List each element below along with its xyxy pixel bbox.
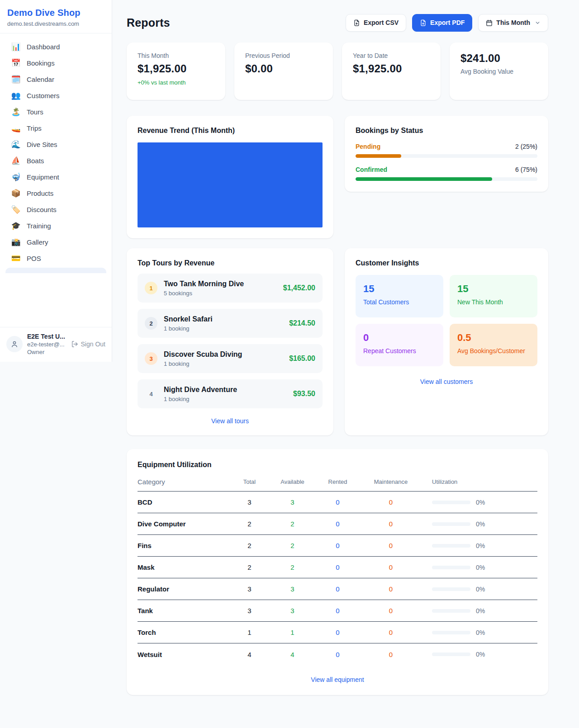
cell-total: 2: [228, 542, 271, 549]
sidebar-item-products[interactable]: 📦 Products: [5, 185, 106, 201]
cell-available: 3: [271, 498, 314, 506]
cell-rented: 0: [314, 520, 361, 528]
tour-bookings: 1 booking: [164, 396, 237, 402]
cell-rented: 0: [314, 651, 361, 658]
bookings-icon: 📅: [11, 59, 21, 67]
col-total: Total: [228, 478, 271, 485]
status-bar-track: [356, 154, 537, 158]
sidebar-item-reports-partial[interactable]: [5, 268, 106, 273]
cell-rented: 0: [314, 629, 361, 636]
status-row-confirmed: Confirmed 6 (75%): [356, 166, 537, 181]
cell-available: 2: [271, 542, 314, 549]
avatar: [6, 336, 23, 352]
cell-utilization: 0%: [420, 564, 537, 571]
sidebar-item-label: Dashboard: [27, 43, 60, 51]
export-pdf-button[interactable]: Export PDF: [412, 14, 472, 32]
stats-row: This Month $1,925.00 +0% vs last month P…: [127, 43, 548, 100]
tour-amount: $93.50: [293, 390, 315, 398]
sidebar-item-label: Products: [27, 189, 53, 197]
tour-row: 3 Discover Scuba Diving 1 booking $165.0…: [138, 344, 323, 373]
sidebar-item-pos[interactable]: 💳 POS: [5, 251, 106, 266]
table-row: Torch 1 1 0 0 0%: [138, 622, 537, 643]
stat-value: $1,925.00: [353, 62, 430, 75]
cell-available: 2: [271, 563, 314, 571]
customer-insights-title: Customer Insights: [356, 259, 537, 267]
cell-rented: 0: [314, 498, 361, 506]
tile-value: 0.5: [457, 332, 530, 344]
user-info: E2E Test U... e2e-tester@... Owner: [27, 333, 65, 355]
view-all-customers-link[interactable]: View all customers: [356, 378, 537, 385]
dashboard-icon: 📊: [11, 43, 21, 51]
sidebar-item-boats[interactable]: ⛵ Boats: [5, 153, 106, 169]
cell-rented: 0: [314, 607, 361, 615]
products-icon: 📦: [11, 189, 21, 197]
sidebar-item-gallery[interactable]: 📸 Gallery: [5, 234, 106, 250]
table-row: Tank 3 3 0 0 0%: [138, 600, 537, 622]
sidebar-item-discounts[interactable]: 🏷️ Discounts: [5, 202, 106, 217]
export-csv-label: Export CSV: [364, 19, 399, 26]
stat-delta: +0% vs last month: [138, 79, 214, 86]
table-row: Mask 2 2 0 0 0%: [138, 557, 537, 578]
tour-amount: $165.00: [289, 355, 315, 363]
customer-insights-card: Customer Insights 15 Total Customers 15 …: [345, 248, 548, 435]
utilization-pct: 0%: [476, 499, 485, 506]
file-download-icon: [353, 19, 360, 26]
export-csv-button[interactable]: Export CSV: [346, 14, 406, 32]
col-available: Available: [271, 478, 314, 485]
cell-utilization: 0%: [420, 520, 537, 528]
status-bar-track: [356, 177, 537, 181]
dive-sites-icon: 🌊: [11, 141, 21, 148]
utilization-pct: 0%: [476, 564, 485, 571]
utilization-bar: [432, 566, 470, 569]
sidebar-item-label: Discounts: [27, 206, 57, 213]
tour-name: Discover Scuba Diving: [164, 350, 242, 359]
col-rented: Rented: [314, 478, 361, 485]
utilization-bar: [432, 587, 470, 591]
training-icon: 🎓: [11, 222, 21, 230]
file-download-icon: [420, 19, 427, 26]
bookings-by-status-title: Bookings by Status: [356, 127, 537, 135]
sidebar-item-bookings[interactable]: 📅 Bookings: [5, 55, 106, 71]
tour-name: Two Tank Morning Dive: [164, 280, 244, 288]
sidebar-item-calendar[interactable]: 🗓️ Calendar: [5, 71, 106, 87]
view-all-tours-link[interactable]: View all tours: [138, 417, 323, 425]
sidebar-item-dive-sites[interactable]: 🌊 Dive Sites: [5, 137, 106, 152]
sidebar-item-dashboard[interactable]: 📊 Dashboard: [5, 39, 106, 55]
gallery-icon: 📸: [11, 238, 21, 246]
sidebar-item-trips[interactable]: 🚤 Trips: [5, 120, 106, 136]
tour-amount: $1,452.00: [283, 284, 315, 292]
cell-category: Mask: [138, 563, 228, 571]
table-row: Wetsuit 4 4 0 0 0%: [138, 643, 537, 665]
sign-out-button[interactable]: Sign Out: [71, 340, 105, 348]
tile-avg-bookings-customer: 0.5 Avg Bookings/Customer: [450, 324, 537, 366]
equipment-utilization-card: Equipment Utilization Category Total Ava…: [127, 449, 548, 695]
tile-label: Total Customers: [363, 298, 436, 306]
cell-utilization: 0%: [420, 499, 537, 506]
cell-maintenance: 0: [361, 520, 420, 528]
cell-category: Tank: [138, 607, 228, 615]
user-name: E2E Test U...: [27, 333, 65, 340]
trips-icon: 🚤: [11, 124, 21, 132]
calendar-icon: 🗓️: [11, 76, 21, 83]
utilization-pct: 0%: [476, 651, 485, 658]
sidebar-item-equipment[interactable]: 🤿 Equipment: [5, 169, 106, 185]
sidebar-item-training[interactable]: 🎓 Training: [5, 218, 106, 234]
calendar-icon: [486, 19, 493, 26]
stat-label: This Month: [138, 52, 214, 59]
view-all-equipment-link[interactable]: View all equipment: [138, 676, 537, 683]
tile-value: 15: [363, 283, 436, 295]
discounts-icon: 🏷️: [11, 206, 21, 213]
sidebar-item-tours[interactable]: 🏝️ Tours: [5, 104, 106, 120]
sidebar-item-customers[interactable]: 👥 Customers: [5, 88, 106, 104]
status-row-pending: Pending 2 (25%): [356, 143, 537, 158]
cell-total: 2: [228, 563, 271, 571]
revenue-trend-title: Revenue Trend (This Month): [138, 127, 323, 135]
stat-card-avg-booking-value: $241.00 Avg Booking Value: [450, 43, 548, 100]
sidebar-item-label: Dive Sites: [27, 141, 57, 148]
period-dropdown[interactable]: This Month: [478, 14, 548, 32]
logout-icon: [71, 340, 78, 348]
table-row: BCD 3 3 0 0 0%: [138, 492, 537, 513]
cell-maintenance: 0: [361, 498, 420, 506]
cell-category: Torch: [138, 629, 228, 636]
sign-out-label: Sign Out: [81, 340, 105, 348]
